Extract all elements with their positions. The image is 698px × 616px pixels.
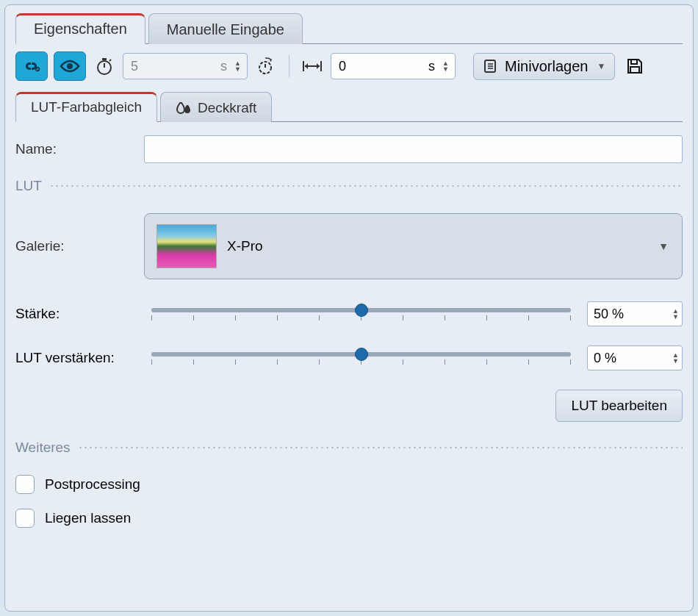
duration-value: 5 [131, 59, 216, 74]
tab-manual-input[interactable]: Manuelle Eingabe [148, 13, 303, 44]
duration-field[interactable]: 5 s ▲▼ [123, 53, 248, 79]
tab-properties[interactable]: Eigenschaften [15, 13, 145, 44]
edit-lut-label: LUT bearbeiten [571, 398, 667, 413]
strength-value-field[interactable]: 50 % ▲▼ [587, 301, 683, 326]
strength-slider[interactable] [144, 308, 578, 320]
tab-opacity-label: Deckkraft [198, 100, 256, 116]
width-button[interactable] [300, 51, 325, 81]
section-more-title: Weiteres [15, 440, 71, 456]
section-lut-header: LUT [15, 178, 683, 194]
postprocessing-row: Postprocessing [15, 475, 683, 494]
offset-spinner[interactable]: ▲▼ [439, 60, 452, 72]
gallery-row: Galerie: X-Pro ▼ [15, 213, 683, 279]
edit-lut-row: LUT bearbeiten [15, 390, 683, 422]
name-row: Name: [15, 135, 683, 163]
leave-label: Liegen lassen [45, 510, 131, 526]
reset-clock-icon [256, 57, 276, 76]
duration-unit: s [220, 59, 227, 74]
tab-manual-input-label: Manuelle Eingabe [167, 21, 284, 37]
gallery-selector[interactable]: X-Pro ▼ [144, 213, 683, 279]
main-tab-strip: Eigenschaften Manuelle Eingabe [15, 12, 683, 44]
gallery-thumbnail [156, 224, 217, 268]
strength-label: Stärke: [15, 306, 144, 322]
gallery-selected-name: X-Pro [227, 238, 263, 254]
eye-icon [60, 60, 80, 73]
leave-checkbox[interactable] [15, 509, 35, 528]
tab-opacity[interactable]: Deckkraft [160, 92, 272, 122]
toolbar-separator [289, 55, 289, 77]
edit-lut-button[interactable]: LUT bearbeiten [555, 390, 683, 422]
visibility-toggle-button[interactable] [54, 51, 86, 81]
tab-properties-label: Eigenschaften [34, 21, 127, 37]
boost-slider-thumb[interactable] [355, 348, 368, 361]
strength-spinner[interactable]: ▲▼ [672, 308, 679, 320]
link-icon [22, 60, 41, 72]
gallery-label: Galerie: [15, 238, 144, 254]
offset-field[interactable]: 0 s ▲▼ [331, 53, 456, 79]
mini-templates-label: Minivorlagen [505, 58, 588, 75]
section-lut-title: LUT [15, 178, 42, 194]
sub-tab-strip: LUT-Farbabgleich Deckkraft [15, 91, 683, 122]
link-toggle-button[interactable] [15, 51, 48, 81]
offset-unit: s [428, 59, 435, 74]
strength-slider-thumb[interactable] [355, 304, 368, 317]
divider-dots [49, 185, 683, 187]
offset-value: 0 [339, 59, 424, 74]
svg-rect-15 [631, 60, 637, 64]
reset-time-button[interactable] [253, 51, 278, 81]
mini-templates-button[interactable]: Minivorlagen ▼ [473, 53, 615, 80]
stopwatch-button[interactable] [92, 51, 117, 81]
section-more-header: Weiteres [15, 440, 683, 456]
tab-lut-color-balance[interactable]: LUT-Farbabgleich [15, 92, 157, 122]
name-label: Name: [15, 141, 144, 157]
postprocessing-checkbox[interactable] [15, 475, 35, 494]
duration-spinner[interactable]: ▲▼ [231, 60, 244, 72]
stopwatch-icon [95, 57, 114, 76]
svg-point-1 [67, 63, 73, 69]
properties-panel: Eigenschaften Manuelle Eingabe [4, 4, 694, 612]
boost-label: LUT verstärken: [15, 350, 144, 366]
svg-rect-16 [630, 67, 639, 73]
tab-lut-label: LUT-Farbabgleich [31, 99, 142, 115]
width-arrows-icon [302, 60, 323, 73]
name-input[interactable] [144, 135, 683, 163]
strength-value: 50 % [594, 307, 672, 322]
boost-value-field[interactable]: 0 % ▲▼ [587, 345, 683, 370]
postprocessing-label: Postprocessing [45, 476, 140, 493]
toolbar: 5 s ▲▼ 0 s ▲▼ [15, 51, 683, 81]
divider-dots [78, 447, 683, 448]
strength-row: Stärke: 50 % ▲▼ [15, 301, 683, 326]
boost-spinner[interactable]: ▲▼ [672, 352, 679, 364]
chevron-down-icon: ▼ [658, 240, 669, 252]
leave-row: Liegen lassen [15, 509, 683, 528]
opacity-icon [176, 101, 192, 115]
boost-value: 0 % [594, 351, 672, 366]
save-button[interactable] [621, 51, 649, 81]
svg-rect-3 [102, 58, 107, 60]
template-icon [483, 58, 499, 74]
save-icon [625, 57, 644, 76]
chevron-down-icon: ▼ [597, 61, 605, 71]
boost-row: LUT verstärken: 0 % ▲▼ [15, 345, 683, 370]
boost-slider[interactable] [144, 352, 578, 365]
svg-line-5 [109, 60, 111, 61]
